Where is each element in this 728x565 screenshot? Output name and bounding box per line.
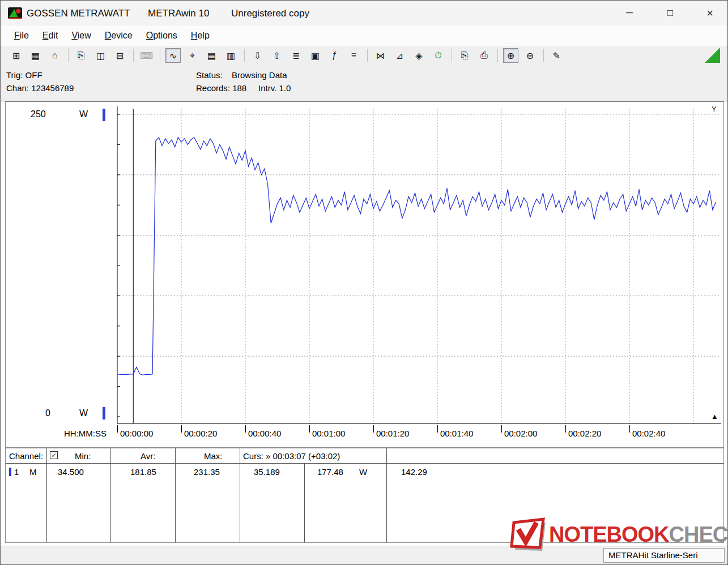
annotation-button[interactable]: ✎: [549, 48, 564, 63]
app-logo-icon: [7, 6, 23, 21]
cell-unit: W: [359, 467, 367, 477]
x-tick-mark: [373, 425, 374, 433]
y-cursor-handle[interactable]: Y: [712, 105, 717, 113]
x-cursor-handle[interactable]: ▲: [711, 412, 718, 421]
compare-curves-button[interactable]: ⋈: [373, 48, 388, 63]
open-folder-button[interactable]: ⌂: [47, 48, 62, 63]
x-tick-mark: [309, 425, 310, 433]
watermark-check-text: CHECK: [669, 523, 728, 547]
cell-cursor2: 177.48: [317, 467, 343, 477]
header-channel: Channel:: [9, 451, 43, 461]
print-button[interactable]: ⎙: [476, 48, 492, 63]
power-trace: [117, 138, 716, 375]
menubar: File Edit View Device Options Help: [1, 27, 727, 45]
chart-area[interactable]: 250 W 0 W Y ▲ HH:MM:SS 00:00:0000:00:200…: [5, 101, 724, 448]
titlebar: GOSSEN METRAWATT METRAwin 10 Unregistere…: [1, 1, 727, 26]
print-preview-button[interactable]: ⎘: [457, 48, 472, 63]
scope-view-button[interactable]: ⌖: [185, 48, 200, 63]
trend-view-button[interactable]: ∿: [165, 48, 181, 63]
export-data-button[interactable]: ⎘: [74, 48, 89, 63]
y-axis-max-label: 250: [31, 109, 46, 119]
resize-grip-triangle: [705, 48, 720, 63]
channel-status: Chan: 123456789: [6, 83, 74, 93]
read-device-button[interactable]: ⇩: [250, 48, 265, 63]
cell-mode: M: [29, 467, 37, 477]
x-tick-mark: [437, 425, 438, 433]
table-view-button[interactable]: ▤: [204, 48, 219, 63]
snapshot-button[interactable]: ◫: [93, 48, 108, 63]
toolbar-separator: [244, 49, 245, 62]
trigger-status: Trig: OFF: [6, 70, 42, 80]
column-divider: [110, 448, 111, 542]
x-tick-mark: [629, 425, 630, 433]
header-min: Min:: [75, 451, 91, 461]
toolbar-separator: [543, 49, 544, 62]
x-tick-label: 00:01:40: [440, 429, 473, 438]
channel-visibility-checkbox[interactable]: ✓: [50, 451, 58, 459]
menu-options[interactable]: Options: [139, 28, 184, 44]
open-file-button[interactable]: ⊞: [8, 48, 24, 63]
merge-files-button[interactable]: ◈: [411, 48, 427, 63]
y-axis-min-label: 0: [45, 408, 50, 418]
y-range-top-handle[interactable]: [103, 109, 105, 121]
cell-channel: 1: [14, 467, 19, 477]
memory-read-button[interactable]: ≣: [288, 48, 304, 63]
app-title: METRAwin 10: [148, 8, 209, 19]
header-avr: Avr:: [141, 451, 155, 461]
device-settings-button[interactable]: ≡: [346, 48, 361, 63]
header-max: Max:: [204, 451, 223, 461]
write-device-button[interactable]: ⇧: [269, 48, 284, 63]
envelope-curve-button[interactable]: ⊿: [392, 48, 407, 63]
save-file-button[interactable]: ▦: [28, 48, 43, 63]
keyboard-entry-button: ⌨: [139, 48, 154, 63]
y-range-bottom-handle[interactable]: [103, 407, 105, 420]
x-tick-label: 00:00:40: [248, 429, 281, 438]
y-axis-unit-bottom: W: [79, 408, 88, 418]
records-count: Records: 188: [196, 83, 246, 93]
menu-view[interactable]: View: [65, 28, 97, 44]
timer-button[interactable]: ⏱: [431, 48, 446, 63]
zoom-select-button[interactable]: ⊖: [522, 48, 538, 63]
copy-view-button[interactable]: ⊟: [112, 48, 127, 63]
x-tick-label: 00:02:40: [632, 429, 665, 438]
column-divider: [175, 448, 176, 542]
menu-edit[interactable]: Edit: [36, 28, 65, 44]
menu-help[interactable]: Help: [184, 28, 216, 44]
x-tick-label: 00:02:00: [504, 429, 537, 438]
menu-file[interactable]: File: [7, 28, 36, 44]
formula-button[interactable]: ƒ: [327, 48, 342, 63]
x-tick-mark: [565, 425, 566, 433]
x-tick-label: 00:01:20: [376, 429, 409, 438]
bar-graph-view-button[interactable]: ▥: [223, 48, 239, 63]
x-tick-label: 00:02:20: [568, 429, 601, 438]
table-header-divider: [6, 463, 723, 464]
maximize-button[interactable]: □: [661, 5, 680, 21]
toolbar-separator: [497, 49, 498, 62]
toolbar-separator: [133, 49, 134, 62]
y-axis-unit-top: W: [79, 109, 88, 119]
menu-device[interactable]: Device: [98, 28, 139, 44]
header-cursor: Curs: » 00:03:07 (+03:02): [243, 451, 340, 461]
zoom-mode-button[interactable]: ⊕: [503, 48, 518, 63]
x-tick-mark: [501, 425, 502, 433]
status-value: Browsing Data: [232, 70, 287, 80]
trend-plot[interactable]: [6, 102, 723, 425]
close-button[interactable]: ×: [700, 5, 720, 21]
toolbar-separator: [367, 49, 368, 62]
column-divider: [386, 448, 387, 542]
x-tick-label: 00:00:20: [184, 429, 217, 438]
watermark-notebook-text: NOTEBOOK: [549, 523, 669, 547]
channel-color-bar: [9, 468, 11, 476]
toolbar: ⊞▦⌂⎘◫⊟⌨∿⌖▤▥⇩⇧≣▣ƒ≡⋈⊿◈⏱⎘⎙⊕⊖✎: [1, 46, 727, 66]
minimize-button[interactable]: ─: [620, 5, 639, 21]
x-tick-mark: [117, 425, 118, 433]
status-panel: Trig: OFF Chan: 123456789 Status: Browsi…: [1, 66, 727, 101]
x-tick-mark: [181, 425, 182, 433]
brand-title: GOSSEN METRAWATT: [27, 8, 130, 19]
toolbar-separator: [452, 49, 452, 62]
online-monitor-button[interactable]: ▣: [308, 48, 323, 63]
notebookcheck-watermark: NOTEBOOK CHECK: [509, 517, 728, 552]
column-divider: [240, 448, 240, 542]
x-axis-format-label: HH:MM:SS: [64, 429, 107, 438]
notebookcheck-logo-icon: [509, 517, 547, 552]
